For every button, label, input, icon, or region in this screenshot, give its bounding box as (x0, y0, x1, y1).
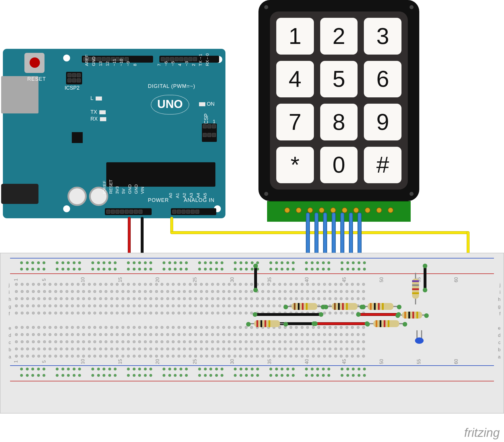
resistor (247, 320, 287, 327)
row-labels-top-left: jihgf (9, 281, 11, 317)
bb-row-label: a (9, 353, 11, 360)
led-icon (99, 110, 106, 114)
icsp2-label: ICSP2 (65, 85, 80, 91)
pcb-pad (376, 207, 382, 213)
bb-row-label: b (498, 346, 501, 353)
bb-row-label: f (498, 310, 501, 317)
pcb-pad (342, 207, 347, 213)
bb-row-label: h (498, 296, 501, 303)
pin-label: ~11 (112, 59, 117, 66)
pin-label: IOREF (102, 181, 107, 194)
pcb-pad (330, 207, 336, 213)
pin-label: 5V (121, 189, 126, 194)
bb-col-number: 10 (80, 359, 86, 364)
rail-line-pos (10, 381, 494, 381)
keypad-key-0[interactable]: 0 (320, 147, 358, 184)
rail-line-neg (10, 258, 494, 258)
bb-col-number: 20 (155, 359, 160, 364)
breadboard: jihgf jihgf edcba edcba 1510152025303540… (0, 253, 504, 414)
bb-col-number: 50 (379, 277, 384, 282)
pin-label: GND (134, 184, 138, 194)
row-labels-top-right: jihgf (498, 281, 501, 317)
bb-col-number: 45 (342, 277, 347, 282)
chip-icon (72, 132, 83, 143)
bb-col-number: 10 (80, 277, 86, 282)
bb-row-label: d (498, 332, 501, 339)
bb-col-number: 20 (155, 277, 160, 282)
keypad-key-*[interactable]: * (276, 147, 314, 184)
resistor (412, 273, 419, 304)
bb-col-number: 40 (304, 359, 310, 364)
led-rx-label: RX (90, 116, 98, 122)
keypad-pcb (267, 201, 411, 222)
bb-row-label: f (9, 310, 11, 317)
pcb-pad (388, 207, 393, 213)
icsp2-header (66, 72, 82, 84)
bb-row-label: j (9, 281, 11, 289)
bb-col-number: 60 (454, 359, 459, 364)
bb-col-number: 30 (230, 277, 235, 282)
keypad-key-7[interactable]: 7 (276, 104, 314, 140)
rail-row (20, 374, 493, 377)
wire-a0-h (170, 231, 469, 234)
board-model-label: UNO (151, 95, 189, 115)
keypad-key-4[interactable]: 4 (276, 61, 314, 98)
jumper-black (424, 265, 426, 291)
bb-col-number: 45 (342, 359, 347, 364)
keypad-key-1[interactable]: 1 (276, 18, 314, 55)
bb-row-label: i (9, 289, 11, 296)
digital-header-right (159, 56, 219, 63)
pin-label: RX←0 (205, 53, 210, 66)
led-tx-row: TX (90, 109, 106, 115)
pin-label: GND (91, 57, 96, 66)
pcb-pad (319, 207, 325, 213)
pin-label: A2 (182, 193, 187, 198)
bb-row-a (15, 355, 498, 358)
analog-header-label: ANALOG IN (184, 197, 215, 203)
keypad-key-8[interactable]: 8 (320, 104, 358, 140)
keypad-key-9[interactable]: 9 (364, 104, 401, 140)
pin-label: 8 (132, 64, 137, 66)
pin-label: ~10 (119, 59, 123, 66)
bb-row-label: e (498, 325, 501, 332)
bb-row-label: b (9, 346, 11, 353)
reset-button[interactable] (24, 53, 45, 73)
small-capacitor (414, 330, 425, 345)
bb-col-number: 1 (13, 279, 19, 281)
bb-row-d (15, 333, 498, 336)
bb-row-label: c (498, 339, 501, 346)
bb-row-label: j (498, 281, 501, 289)
bb-col-number: 25 (192, 277, 198, 282)
keypad-key-5[interactable]: 5 (320, 61, 358, 98)
mounting-hole (63, 55, 70, 61)
bb-col-number: 1 (13, 360, 19, 363)
capacitor-icon (67, 187, 87, 206)
bb-row-label: g (498, 303, 501, 310)
keypad-key-2[interactable]: 2 (320, 18, 358, 55)
keypad-module: 123456789*0# (258, 0, 419, 201)
keypad-key-3[interactable]: 3 (364, 18, 401, 55)
wire-endpoint (253, 264, 258, 268)
keypad-key-6[interactable]: 6 (364, 61, 401, 98)
keypad-key-grid: 123456789*0# (270, 11, 408, 190)
power-header-label: POWER (148, 197, 169, 203)
mounting-hole (264, 192, 268, 196)
keypad-key-#[interactable]: # (364, 147, 401, 184)
mounting-hole (410, 192, 414, 196)
bb-col-number: 15 (118, 277, 123, 282)
watermark: fritzing (464, 426, 500, 440)
bb-col-number: 35 (267, 359, 272, 364)
pcb-pad (365, 207, 370, 213)
pin-label: 2 (191, 64, 196, 66)
barrel-jack (1, 184, 38, 204)
reset-label: RESET (27, 76, 46, 82)
wire-endpoint (356, 312, 361, 317)
bb-row-g (15, 304, 498, 307)
analog-header (171, 208, 216, 215)
led-l-label: L (90, 95, 93, 101)
resistor (325, 303, 365, 310)
led-rx-row: RX (90, 116, 106, 122)
rail-line-neg (10, 365, 494, 366)
wire-endpoint (313, 321, 318, 326)
pin-label: A0 (168, 193, 173, 198)
